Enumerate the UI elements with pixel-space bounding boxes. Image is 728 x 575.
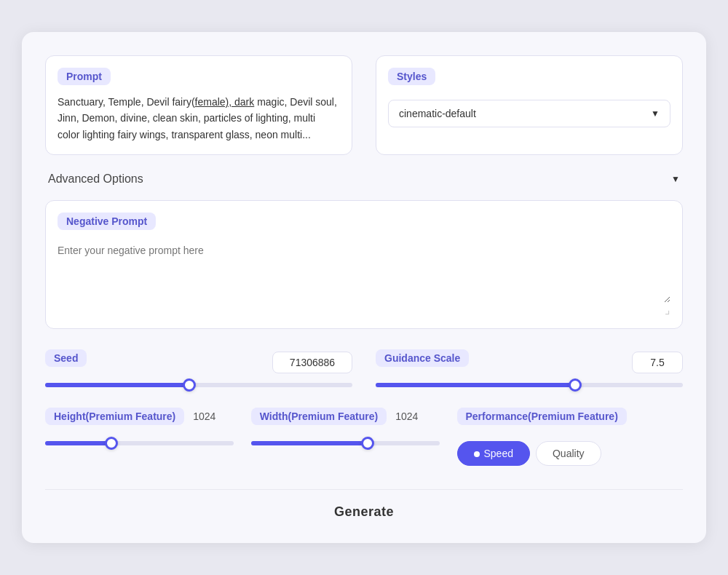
height-label: Height(Premium Feature) bbox=[45, 408, 184, 425]
guidance-scale-slider-track[interactable] bbox=[376, 383, 683, 387]
advanced-options-row[interactable]: Advanced Options ▼ bbox=[45, 172, 683, 186]
performance-group: Performance(Premium Feature) Speed Quali… bbox=[457, 408, 684, 466]
styles-select[interactable]: cinematic-default ▼ bbox=[388, 100, 670, 127]
quality-button[interactable]: Quality bbox=[536, 441, 601, 466]
resize-handle-icon: ⌟ bbox=[58, 303, 670, 317]
styles-value: cinematic-default bbox=[399, 108, 651, 119]
seed-input[interactable] bbox=[272, 352, 352, 373]
generate-button[interactable]: Generate bbox=[334, 504, 394, 520]
guidance-scale-input[interactable] bbox=[632, 352, 683, 373]
width-value: 1024 bbox=[395, 408, 418, 422]
seed-header: Seed bbox=[45, 349, 352, 376]
generate-row: Generate bbox=[45, 489, 683, 520]
advanced-options-label: Advanced Options bbox=[48, 172, 143, 186]
performance-header: Performance(Premium Feature) bbox=[457, 408, 684, 434]
guidance-scale-group: Guidance Scale bbox=[376, 349, 683, 387]
sliders-row: Seed Guidance Scale bbox=[45, 349, 683, 387]
width-label: Width(Premium Feature) bbox=[251, 408, 387, 425]
width-slider-thumb[interactable] bbox=[361, 437, 374, 450]
guidance-scale-slider-thumb[interactable] bbox=[569, 378, 582, 392]
prompt-underline: female), dark bbox=[195, 96, 255, 108]
speed-button[interactable]: Speed bbox=[457, 441, 530, 466]
seed-slider-thumb[interactable] bbox=[183, 378, 196, 392]
height-slider-track[interactable] bbox=[45, 441, 234, 445]
width-group: Width(Premium Feature) 1024 bbox=[251, 408, 440, 445]
height-header: Height(Premium Feature) 1024 bbox=[45, 408, 234, 434]
negative-prompt-input[interactable] bbox=[58, 245, 670, 303]
height-slider-thumb[interactable] bbox=[105, 437, 118, 450]
negative-prompt-label: Negative Prompt bbox=[58, 213, 156, 230]
prompt-label: Prompt bbox=[58, 68, 111, 85]
performance-label: Performance(Premium Feature) bbox=[457, 408, 627, 425]
performance-buttons: Speed Quality bbox=[457, 441, 684, 466]
seed-slider-fill bbox=[45, 383, 189, 387]
guidance-scale-label: Guidance Scale bbox=[376, 349, 469, 367]
width-slider-track[interactable] bbox=[251, 441, 440, 445]
width-slider-fill bbox=[251, 441, 368, 445]
styles-area: Styles cinematic-default ▼ bbox=[376, 55, 683, 155]
height-group: Height(Premium Feature) 1024 bbox=[45, 408, 234, 445]
chevron-down-icon: ▼ bbox=[651, 108, 660, 119]
seed-slider-track[interactable] bbox=[45, 383, 352, 387]
main-container: Prompt Sanctuary, Temple, Devil fairy(fe… bbox=[22, 32, 706, 543]
width-header: Width(Premium Feature) 1024 bbox=[251, 408, 440, 434]
top-section: Prompt Sanctuary, Temple, Devil fairy(fe… bbox=[45, 55, 683, 155]
seed-group: Seed bbox=[45, 349, 352, 387]
height-value: 1024 bbox=[193, 408, 215, 422]
guidance-scale-header: Guidance Scale bbox=[376, 349, 683, 376]
prompt-text: Sanctuary, Temple, Devil fairy(female), … bbox=[58, 94, 340, 143]
prompt-area: Prompt Sanctuary, Temple, Devil fairy(fe… bbox=[45, 55, 352, 155]
speed-dot bbox=[474, 451, 480, 457]
height-slider-fill bbox=[45, 441, 111, 445]
guidance-scale-slider-fill bbox=[376, 383, 575, 387]
negative-prompt-section: Negative Prompt ⌟ bbox=[45, 200, 683, 329]
seed-label: Seed bbox=[45, 349, 87, 367]
styles-label: Styles bbox=[388, 68, 435, 85]
bottom-controls-row: Height(Premium Feature) 1024 Width(Premi… bbox=[45, 408, 683, 466]
collapse-icon: ▼ bbox=[671, 174, 680, 184]
